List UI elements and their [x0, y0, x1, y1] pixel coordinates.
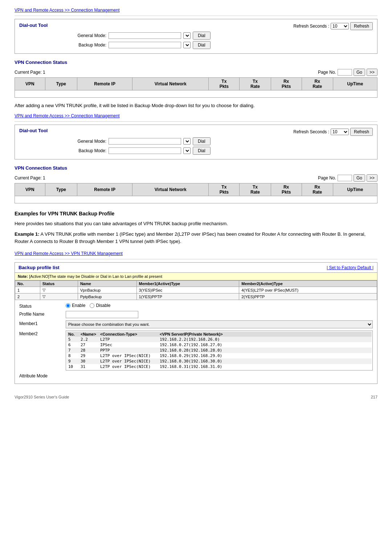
- backup-profile-table: No. Status Name Member1(Active)Type Memb…: [15, 280, 377, 300]
- vpn-status-section-1: VPN Connection Status Current Page: 1 Pa…: [15, 60, 377, 98]
- th-member2: Member2(Active)Type: [239, 281, 377, 287]
- profile-name-label: Profile Name: [19, 311, 63, 317]
- factory-default-link[interactable]: | Set to Factory Default |: [327, 265, 373, 270]
- next-button-1[interactable]: >>: [367, 69, 377, 76]
- table-row[interactable]: 2 ▽ PptpBackup 1(YES)PPTP 2(YES)PPTP: [15, 293, 377, 300]
- dial-button-backup-2[interactable]: Dial: [193, 147, 211, 155]
- th-no: No.: [15, 281, 40, 287]
- vpn-table-1: VPN Type Remote IP Virtual Network TxPkt…: [15, 77, 377, 98]
- dial-button-general-2[interactable]: Dial: [193, 137, 211, 145]
- go-button-2[interactable]: Go: [354, 174, 365, 182]
- note-label: Note:: [18, 274, 28, 279]
- general-mode-row-2: General Mode: ( 2.2 ) 192.168.2.2 ▼ Dial: [63, 137, 373, 145]
- config-form: Status Enable Disable Profile Name Membe…: [15, 300, 377, 384]
- dial-rows-1: General Mode: ( 2.5 ) 192.168.2.5 ▼ Dial…: [63, 32, 373, 49]
- go-button-1[interactable]: Go: [354, 69, 365, 76]
- list-item[interactable]: 7 28 PPTP 192.168.0.28(192.168.28.0): [67, 348, 372, 353]
- list-item[interactable]: 10 31 L2TP over IPSec(NICE) 192.168.0.31…: [67, 364, 372, 369]
- footer-left: Vigor2910 Series User's Guide: [15, 395, 69, 399]
- backup-mode-select-1[interactable]: ▼: [183, 42, 191, 48]
- disable-radio[interactable]: [90, 303, 94, 308]
- list-item[interactable]: 6 27 IPSec 192.168.0.27(192.168.27.0): [67, 342, 372, 348]
- general-mode-label-1: General Mode:: [63, 33, 106, 38]
- general-mode-select-2[interactable]: ▼: [183, 138, 191, 145]
- next-button-2[interactable]: >>: [367, 174, 377, 182]
- profile-name-value: [66, 311, 373, 318]
- backup-mode-input-2[interactable]: ( VpnLB ) 192.168.2.103: [109, 147, 181, 154]
- status-label: Status: [19, 303, 63, 309]
- col-rxpkts-2: RxPkts: [271, 183, 302, 196]
- member1-dropdown[interactable]: Please choose the combination that you w…: [66, 320, 373, 328]
- vpn-status-title-2: VPN Connection Status: [15, 165, 67, 171]
- refresh-seconds-select-1[interactable]: 10 30 60: [331, 23, 349, 29]
- general-mode-input-2[interactable]: ( 2.2 ) 192.168.2.2: [109, 138, 181, 145]
- current-page-label-2: Current Page: 1: [15, 175, 45, 181]
- status-row: Status Enable Disable: [19, 303, 373, 309]
- example1-body: A VPN TRUNK profile with member 1 (IPSec…: [15, 231, 366, 244]
- attribute-mode-row: Attribute Mode: [19, 373, 373, 378]
- col-rxrate-1: RxRate: [302, 78, 333, 90]
- col-txrate-1: TxRate: [240, 78, 271, 90]
- refresh-area-1: Refresh Seconds : 10 30 60 Refresh: [293, 22, 373, 30]
- profile-name-row: Profile Name: [19, 311, 373, 318]
- backup-mode-label-2: Backup Mode:: [63, 148, 106, 153]
- backup-mode-row-1: Backup Mode: ▼ Dial: [63, 41, 373, 49]
- current-page-row-1: Current Page: 1 Page No. Go >>: [15, 69, 377, 76]
- dial-out-title-1: Dial-out Tool: [19, 23, 48, 28]
- enable-radio[interactable]: [66, 303, 70, 308]
- member2-list-box[interactable]: No. <Name> <Connection-Type> <VPN Server…: [66, 331, 373, 370]
- page-nav-controls-1: Page No. Go >>: [318, 69, 377, 76]
- dial-rows-2: General Mode: ( 2.2 ) 192.168.2.2 ▼ Dial…: [63, 137, 373, 155]
- page-no-input-1[interactable]: [338, 69, 352, 76]
- member2-row: Member2 No. <Name> <Connection-Type> <VP…: [19, 331, 373, 370]
- list-item[interactable]: 9 30 L2TP over IPSec(NICE) 192.168.0.30(…: [67, 358, 372, 364]
- refresh-seconds-select-2[interactable]: 10 30 60: [331, 129, 349, 135]
- table-row: [15, 196, 377, 203]
- breadcrumb-2[interactable]: VPN and Remote Access >> Connection Mana…: [15, 113, 377, 118]
- vpn-status-title-1: VPN Connection Status: [15, 60, 67, 65]
- general-mode-select-1[interactable]: ▼: [183, 32, 191, 39]
- examples-intro: Here provides two situations that you ca…: [15, 220, 377, 227]
- col-virtualnet-1: Virtual Network: [132, 78, 209, 90]
- col-uptime-2: UpTime: [333, 183, 377, 196]
- current-page-label-1: Current Page: 1: [15, 70, 45, 75]
- backup-profile-box: Backup profile list | Set to Factory Def…: [15, 262, 377, 384]
- col-remoteip-2: Remote IP: [77, 183, 132, 196]
- refresh-button-2[interactable]: Refresh: [350, 128, 373, 136]
- page-no-label-2: Page No.: [318, 175, 336, 181]
- list-item[interactable]: 8 29 L2TP over IPSec(NICE) 192.168.0.29(…: [67, 353, 372, 358]
- member2-value: No. <Name> <Connection-Type> <VPN Server…: [66, 331, 373, 370]
- page-no-input-2[interactable]: [338, 175, 352, 181]
- backup-profile-title: Backup profile list: [19, 265, 60, 270]
- refresh-button-1[interactable]: Refresh: [350, 22, 373, 30]
- refresh-seconds-label-2: Refresh Seconds :: [293, 129, 329, 134]
- disable-label: Disable: [96, 303, 110, 308]
- dial-button-backup-1[interactable]: Dial: [193, 41, 211, 49]
- breadcrumb-1[interactable]: VPN and Remote Access >> Connection Mana…: [15, 7, 377, 13]
- backup-mode-input-1[interactable]: [109, 42, 181, 48]
- th-member1: Member1(Active)Type: [136, 281, 239, 287]
- disable-radio-label: Disable: [90, 303, 110, 308]
- enable-radio-label: Enable: [66, 303, 85, 308]
- middle-paragraph: After adding a new VPN TRUNK profile, it…: [15, 102, 377, 109]
- member1-label: Member1: [19, 320, 63, 326]
- table-row[interactable]: 1 ▽ VpnBackup 3(YES)IPSec 4(YES)L2TP ove…: [15, 287, 377, 293]
- vpn-trunk-breadcrumb[interactable]: VPN and Remote Access >> VPN TRUNK Manag…: [15, 251, 377, 256]
- vpn-status-header-2: VPN Connection Status: [15, 165, 377, 173]
- vpn-table-2: VPN Type Remote IP Virtual Network TxPkt…: [15, 183, 377, 203]
- list-item[interactable]: 5 2.2 L2TP 192.168.2.2(192.168.26.0): [67, 337, 372, 342]
- note-bar: Note: [Active:NO]The state may be Disabl…: [15, 273, 377, 280]
- attribute-mode-label: Attribute Mode: [19, 373, 63, 378]
- vpn-status-header-1: VPN Connection Status: [15, 60, 377, 67]
- backup-mode-select-2[interactable]: ▼: [183, 147, 191, 154]
- profile-name-input[interactable]: [66, 311, 138, 318]
- member1-row: Member1 Please choose the combination th…: [19, 320, 373, 328]
- general-mode-input-1[interactable]: ( 2.5 ) 192.168.2.5: [109, 32, 181, 39]
- examples-heading: Examples for VPN TRUNK Backup Profile: [15, 211, 377, 216]
- dial-button-general-1[interactable]: Dial: [193, 32, 211, 40]
- enable-label: Enable: [72, 303, 85, 308]
- example1-label: Example 1:: [15, 231, 40, 237]
- general-mode-label-2: General Mode:: [63, 139, 106, 144]
- refresh-area-2: Refresh Seconds : 10 30 60 Refresh: [293, 128, 373, 136]
- refresh-seconds-label-1: Refresh Seconds :: [293, 24, 329, 29]
